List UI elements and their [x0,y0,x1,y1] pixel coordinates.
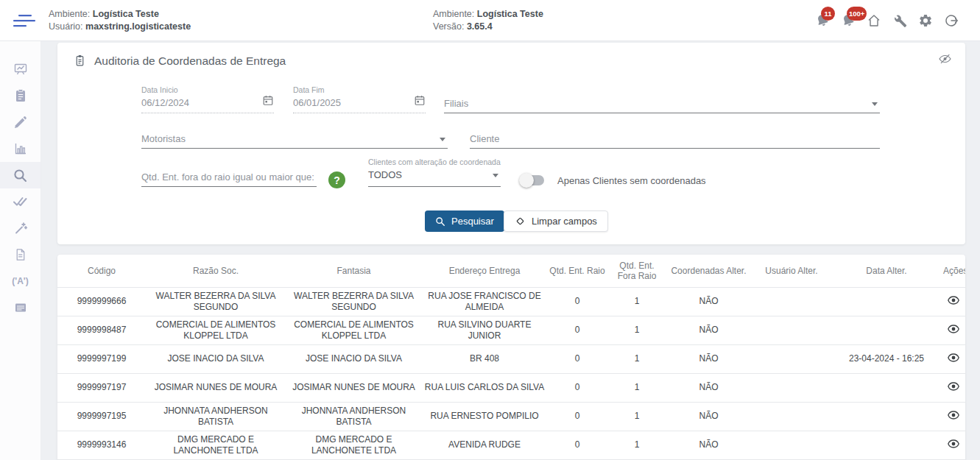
bar-chart-icon [13,141,28,156]
view-details-icon[interactable] [948,325,959,336]
eraser-icon [515,216,526,227]
alteracao-label: Clientes com alteração de coordenada [368,158,501,166]
sidebar-item-dashboard[interactable] [0,56,40,82]
view-details-icon[interactable] [948,439,959,451]
environment-info-left: Ambiente: Logística Teste Usuário: maxst… [49,8,191,33]
calendar-icon[interactable] [414,94,426,110]
cell-data-alter [832,373,941,402]
gear-icon[interactable] [917,13,934,29]
qtd-ent-placeholder: Qtd. Ent. fora do raio igual ou maior qu… [141,171,314,183]
versao-value: 3.65.4 [467,21,493,32]
cell-razao: JHONNATA ANDHERSON BATISTA [146,402,286,431]
cell-usuario-alter [751,373,832,402]
cell-fantasia: JHONNATA ANDHERSON BATISTA [286,402,422,431]
sidebar: ('A') [0,41,41,460]
table-body: 9999999666 WALTER BEZERRA DA SILVA SEGUN… [57,287,965,459]
sidebar-item-tools[interactable] [0,215,40,241]
sidebar-item-search[interactable] [0,162,40,188]
cell-coordenadas-alter: NÃO [666,431,751,459]
page-title: Auditoria de Coordenadas de Entrega [94,54,286,68]
filiais-placeholder: Filiais [444,98,468,109]
cell-razao: COMERCIAL DE ALIMENTOS KLOPPEL LTDA [146,316,286,344]
cell-acoes [941,344,965,373]
cell-coordenadas-alter: NÃO [666,344,751,373]
cell-qtd-raio: 0 [547,373,607,402]
cliente-placeholder: Cliente [470,133,499,144]
qtd-ent-input[interactable]: Qtd. Ent. fora do raio igual ou maior qu… [141,159,317,187]
help-icon[interactable]: ? [328,171,345,188]
cell-codigo: 9999998487 [57,316,146,344]
sidebar-item-edit[interactable] [0,109,40,135]
usuario-label: Usuário: [49,21,83,32]
view-details-icon[interactable] [948,353,959,365]
sidebar-item-cards[interactable] [0,294,40,321]
pesquisar-button[interactable]: Pesquisar [425,210,504,232]
table-row: 9999999666 WALTER BEZERRA DA SILVA SEGUN… [57,287,965,316]
hide-filters-icon[interactable] [938,52,952,68]
alert-bell-icon[interactable]: 100+ [840,13,856,29]
table-row: 9999997197 JOSIMAR NUNES DE MOURA JOSIMA… [57,373,965,402]
column-header-fantasia: Fantasia [286,255,422,287]
sidebar-item-broadcast[interactable]: ('A') [0,268,40,294]
cell-razao: JOSE INACIO DA SILVA [146,344,286,373]
view-details-icon[interactable] [948,411,959,422]
cell-qtd-fora: 1 [607,402,666,431]
cliente-input[interactable]: Cliente [470,121,880,149]
pesquisar-label: Pesquisar [451,216,494,227]
cell-acoes [941,287,965,316]
data-inicio-field[interactable]: Data Inicio 06/12/2024 [141,85,274,113]
cell-coordenadas-alter: NÃO [666,402,751,431]
view-details-icon[interactable] [948,296,959,308]
cell-usuario-alter [751,344,832,373]
view-details-icon[interactable] [948,382,959,394]
cell-qtd-raio: 0 [547,402,607,431]
cell-usuario-alter [751,287,832,316]
column-header-codigo: Código [57,255,146,287]
notification-bell-icon[interactable]: 11 [814,13,831,29]
menu-icon[interactable] [10,12,38,29]
calendar-icon[interactable] [262,94,274,110]
motoristas-select[interactable]: Motoristas [141,121,448,149]
chevron-down-icon [493,174,498,177]
sidebar-item-documents[interactable] [0,241,40,268]
results-card: Código Razão Soc. Fantasia Endereço Entr… [57,255,965,460]
ambiente-value: Logística Teste [93,9,159,19]
cell-acoes [941,316,965,344]
wrench-icon[interactable] [892,13,908,29]
cell-coordenadas-alter: NÃO [666,373,751,402]
motoristas-placeholder: Motoristas [141,133,186,144]
cell-acoes [941,373,965,402]
alteracao-coordenada-select[interactable]: Clientes com alteração de coordenada TOD… [368,158,501,187]
column-header-acoes: Ações [941,255,965,287]
environment-info-center: Ambiente: Logística Teste Versão: 3.65.4 [433,8,543,33]
cell-codigo: 9999997199 [57,344,146,373]
broadcast-icon: ('A') [12,276,28,286]
filiais-select[interactable]: Filiais [444,85,880,113]
cell-qtd-fora: 1 [607,287,666,316]
cell-codigo: 9999997197 [57,373,146,402]
column-header-endereco: Endereço Entrega [422,255,547,287]
chevron-down-icon [440,138,445,141]
cell-fantasia: JOSIMAR NUNES DE MOURA [286,373,422,402]
home-icon[interactable] [866,13,882,29]
sidebar-item-reports[interactable] [0,135,40,162]
limpar-campos-button[interactable]: Limpar campos [504,210,608,232]
cell-razao: JOSIMAR NUNES DE MOURA [146,373,286,402]
cell-endereco: RUA JOSE FRANCISCO DE ALMEIDA [422,287,547,316]
cell-coordenadas-alter: NÃO [666,287,751,316]
cell-codigo: 9999993146 [57,431,146,459]
column-header-qtd-fora: Qtd. Ent. Fora Raio [607,255,666,287]
cell-qtd-fora: 1 [607,316,666,344]
main-content: Auditoria de Coordenadas de Entrega Data… [41,41,980,460]
sidebar-item-approvals[interactable] [0,188,40,215]
data-fim-field[interactable]: Data Fim 06/01/2025 [293,85,426,113]
cell-usuario-alter [751,402,832,431]
cell-codigo: 9999999666 [57,287,146,316]
search-icon [435,216,445,227]
sidebar-item-clipboard[interactable] [0,82,40,109]
table-header-row: Código Razão Soc. Fantasia Endereço Entr… [57,255,965,287]
logout-icon[interactable] [943,13,959,29]
cell-qtd-raio: 0 [547,344,607,373]
sem-coordenadas-toggle[interactable] [519,173,546,188]
cell-data-alter [832,287,941,316]
